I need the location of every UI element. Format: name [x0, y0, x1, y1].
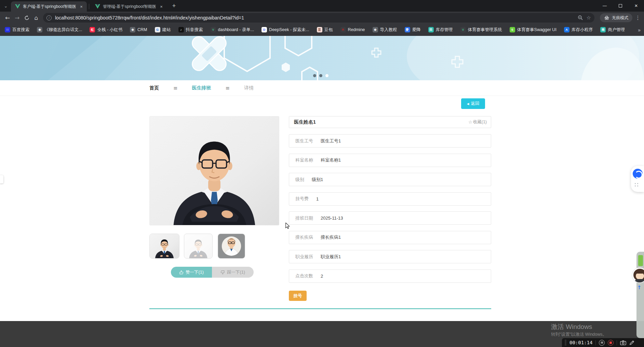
field-value: 医生工号1: [321, 138, 341, 144]
carousel-dot[interactable]: [313, 74, 316, 77]
bookmark-item[interactable]: V 体育赛事管理系统: [460, 27, 502, 33]
carousel-dots: [313, 74, 328, 77]
bookmark-item[interactable]: ⊕ CRM: [130, 27, 147, 32]
bookmark-label: 商户管理: [608, 27, 625, 33]
bookmark-item[interactable]: 豆 豆包: [317, 27, 333, 33]
bookmark-favicon: ♪: [178, 27, 184, 32]
detail-field-row: 擅长疾病 擅长疾病1: [289, 231, 491, 244]
field-value: 级别1: [312, 177, 323, 183]
bookmark-label: 库存管理: [436, 27, 453, 33]
bookmark-favicon: V: [211, 27, 216, 32]
assistant-drag-dots-icon[interactable]: [634, 182, 639, 187]
back-arrow-icon: ◀: [467, 102, 469, 106]
bookmark-item[interactable]: ⊕ 导入教程: [373, 27, 397, 33]
nav-home[interactable]: 首页: [149, 85, 159, 91]
stop-button[interactable]: [608, 340, 614, 346]
bookmark-favicon: G: [155, 27, 160, 32]
bookmark-label: 建站: [162, 27, 171, 33]
bookmark-item[interactable]: S 体育赛事Swagger UI: [510, 27, 556, 33]
bookmark-favicon: 田: [428, 27, 434, 32]
bookmark-item[interactable]: R Redmine: [340, 27, 365, 32]
bookmark-favicon: A: [564, 27, 569, 32]
bookmark-label: 豆包: [324, 27, 333, 33]
maximize-button[interactable]: [613, 0, 628, 12]
bookmark-item[interactable]: D DeepSeek - 探索未...: [261, 27, 309, 33]
close-window-button[interactable]: ✕: [628, 0, 644, 12]
bookmark-item[interactable]: ∷ 百度搜索: [5, 27, 29, 33]
maximize-icon: [619, 4, 622, 8]
register-button[interactable]: 挂号: [289, 291, 307, 301]
bookmarks-overflow-button[interactable]: »: [638, 24, 641, 36]
tab-close-icon[interactable]: ×: [79, 4, 84, 9]
bookmark-favicon: V: [460, 27, 466, 32]
bookmark-item[interactable]: 商 商户管理: [600, 27, 625, 33]
favorite-button[interactable]: ☆ 收藏(1): [468, 119, 487, 125]
back-label: 返回: [471, 101, 479, 107]
tab-strip: ⌄ 客户端-基于springboot智能医 × 管理端-基于springboot…: [0, 0, 644, 12]
annotate-pencil-button[interactable]: [629, 340, 634, 345]
bookmark-favicon: 红: [90, 27, 95, 32]
nav-doctor-schedule[interactable]: 医生排班: [192, 85, 211, 91]
bookmark-star-icon[interactable]: ☆: [587, 15, 591, 21]
nav-detail[interactable]: 详情: [244, 85, 254, 91]
site-nav: 首页 ≡ 医生排班 ≡ 详情: [0, 80, 644, 96]
bookmark-item[interactable]: ♪ 抖音搜索: [178, 27, 203, 33]
screenshot-camera-button[interactable]: [620, 340, 626, 345]
minimize-button[interactable]: —: [597, 0, 613, 12]
tab-close-icon[interactable]: ×: [159, 4, 164, 9]
field-value: 2: [321, 274, 323, 279]
drag-handle[interactable]: [565, 340, 566, 345]
doctor-name: 医生姓名1: [294, 119, 316, 125]
bookmark-item[interactable]: 田 库存管理: [428, 27, 453, 33]
doctor-thumbnail-2[interactable]: [184, 234, 213, 259]
bookmark-label: dashboard - 录单...: [218, 27, 254, 33]
back-button[interactable]: ←: [3, 13, 12, 23]
pause-button[interactable]: [599, 340, 605, 346]
bookmark-item[interactable]: V dashboard - 录单...: [211, 27, 254, 33]
tab-list-chevron-icon[interactable]: ⌄: [1, 1, 10, 10]
assistant-ball-icon[interactable]: [633, 169, 643, 179]
url-text[interactable]: localhost:8080/springboot5728rrqw/front/…: [55, 15, 575, 20]
field-label: 职业履历: [295, 254, 313, 260]
back-button-page[interactable]: ◀ 返回: [461, 98, 485, 109]
bookmark-favicon: R: [340, 27, 346, 32]
recording-timer: 00:01:14: [569, 340, 592, 345]
bookmark-item[interactable]: A 库存小程序: [564, 27, 593, 33]
assistant-widget[interactable]: [631, 166, 644, 192]
field-label: 排班日期: [295, 215, 313, 221]
bookmark-item[interactable]: 爱 爱降: [405, 27, 421, 33]
left-edge-widget[interactable]: [0, 175, 3, 183]
bookmark-item[interactable]: G 建站: [155, 27, 171, 33]
bookmark-favicon: ⊕: [37, 27, 42, 32]
scroll-up-arrow-icon[interactable]: ↑: [637, 284, 642, 291]
forward-button[interactable]: →: [12, 13, 22, 23]
window-controls: — ✕: [597, 0, 644, 12]
bookmark-item[interactable]: 红 全栈 - 小红书: [90, 27, 122, 33]
detail-fields: 医生工号 医生工号1 科室名称 科室名称1 级别 级别1 挂号费 1 排班日期 …: [289, 134, 491, 283]
address-bar[interactable]: i localhost:8080/springboot5728rrqw/fron…: [43, 13, 594, 23]
new-tab-button[interactable]: +: [170, 1, 178, 10]
browser-toolbar: ← → ⌂ i localhost:8080/springboot5728rrq…: [0, 12, 644, 24]
doctor-thumbnail-3[interactable]: [218, 234, 245, 259]
tab-admin[interactable]: 管理端-基于springboot智能医 ×: [91, 1, 167, 12]
vue-icon: [95, 4, 100, 9]
browser-menu-button[interactable]: ⋮: [634, 15, 641, 21]
zoom-icon[interactable]: [578, 15, 583, 20]
home-button[interactable]: ⌂: [31, 13, 41, 23]
bookmark-favicon: ⊕: [130, 27, 135, 32]
reload-button[interactable]: [22, 13, 31, 23]
field-value: 2025-11-13: [321, 216, 343, 221]
detail-field-row: 医生工号 医生工号1: [289, 134, 491, 148]
doctor-thumbnail-1[interactable]: [149, 234, 179, 259]
carousel-dot-active[interactable]: [325, 74, 328, 77]
like-button[interactable]: 赞一下(1): [171, 267, 212, 278]
avatar-bangs: [635, 270, 644, 274]
bookmark-item[interactable]: ⊕ 《聊斋志异白话文...: [37, 27, 82, 33]
chat-panel-edge[interactable]: [636, 252, 644, 338]
dislike-button[interactable]: 踩一下(1): [212, 267, 254, 278]
tab-client[interactable]: 客户端-基于springboot智能医 ×: [11, 1, 87, 12]
dislike-label: 踩一下(1): [227, 269, 245, 275]
detail-field-row: 科室名称 科室名称1: [289, 154, 491, 167]
site-info-icon[interactable]: i: [46, 15, 52, 20]
carousel-dot[interactable]: [319, 74, 322, 77]
